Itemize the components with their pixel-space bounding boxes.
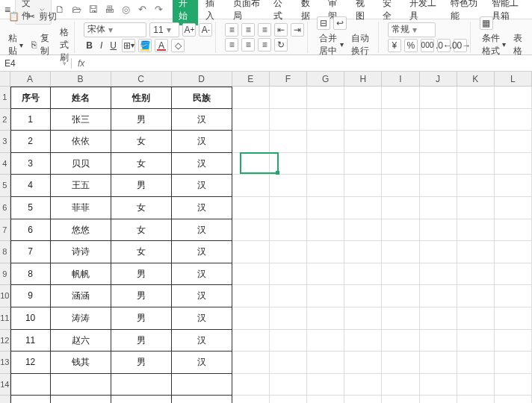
cell[interactable] — [172, 374, 232, 396]
cell[interactable] — [344, 285, 382, 307]
cell[interactable] — [382, 219, 419, 242]
cell[interactable]: 女 — [111, 197, 172, 219]
cell[interactable] — [307, 197, 344, 219]
align-bottom-button[interactable]: ≡ — [258, 23, 271, 37]
cell[interactable] — [457, 374, 495, 396]
cell[interactable] — [307, 263, 344, 286]
cell[interactable] — [457, 131, 495, 153]
row-header[interactable]: 9 — [0, 263, 10, 286]
cell[interactable] — [232, 352, 270, 374]
row-header[interactable]: 10 — [0, 285, 10, 307]
indent-decrease-button[interactable]: ⇤ — [274, 23, 288, 37]
row-header[interactable]: 7 — [0, 219, 10, 242]
decrease-font-button[interactable]: A- — [199, 23, 212, 37]
cell[interactable] — [495, 352, 532, 374]
col-header-H[interactable]: H — [344, 72, 382, 86]
align-right-button[interactable]: ≡ — [258, 38, 271, 51]
cell[interactable]: 汉 — [172, 131, 232, 153]
cell[interactable] — [420, 352, 457, 374]
align-left-button[interactable]: ≡ — [225, 38, 238, 51]
cell[interactable] — [51, 374, 111, 396]
row-header[interactable]: 13 — [0, 352, 10, 374]
cell[interactable] — [495, 396, 532, 403]
name-box[interactable]: E4 ▾ — [0, 58, 72, 69]
print-icon[interactable]: 🖶 — [104, 4, 116, 16]
cell[interactable] — [270, 241, 307, 263]
cell[interactable] — [10, 374, 51, 396]
cell[interactable]: 男 — [111, 285, 172, 307]
font-size-select[interactable]: 11 ▾ — [149, 22, 179, 37]
cell[interactable] — [457, 352, 495, 374]
cell[interactable]: 涛涛 — [51, 307, 111, 330]
cell[interactable]: 汉 — [172, 153, 232, 175]
cell[interactable]: 涵涵 — [51, 285, 111, 307]
cell[interactable]: 8 — [10, 263, 51, 286]
cell[interactable] — [382, 241, 419, 263]
cell[interactable]: 汉 — [172, 352, 232, 374]
increase-font-button[interactable]: A+ — [182, 23, 196, 37]
cell[interactable] — [420, 285, 457, 307]
bold-button[interactable]: B — [84, 40, 95, 51]
cell[interactable]: 钱其 — [51, 352, 111, 374]
cell[interactable] — [495, 330, 532, 352]
cell[interactable] — [495, 197, 532, 219]
cell[interactable] — [420, 131, 457, 153]
cell[interactable] — [232, 197, 270, 219]
cell[interactable] — [270, 330, 307, 352]
cell[interactable] — [307, 219, 344, 242]
cell[interactable] — [307, 285, 344, 307]
cell[interactable]: 汉 — [172, 330, 232, 352]
cell[interactable]: 王五 — [51, 175, 111, 197]
row-header[interactable]: 2 — [0, 109, 10, 131]
cell[interactable] — [457, 175, 495, 197]
cell[interactable] — [344, 396, 382, 403]
cell[interactable] — [232, 285, 270, 307]
cell[interactable] — [457, 285, 495, 307]
cell[interactable]: 汉 — [172, 285, 232, 307]
cell[interactable] — [344, 241, 382, 263]
fill-color-button[interactable]: 🪣 — [138, 39, 152, 52]
indent-increase-button[interactable]: ⇥ — [291, 23, 304, 37]
cell[interactable] — [420, 241, 457, 263]
preview-icon[interactable]: ◎ — [120, 4, 132, 16]
cell[interactable] — [495, 131, 532, 153]
redo-icon[interactable]: ↷ — [153, 4, 165, 16]
cell[interactable] — [420, 307, 457, 330]
col-header-C[interactable]: C — [111, 72, 172, 86]
cell[interactable] — [382, 197, 419, 219]
col-header-K[interactable]: K — [457, 72, 495, 86]
row-header[interactable]: 14 — [0, 374, 10, 396]
cell[interactable]: 张三 — [51, 109, 111, 131]
cell[interactable] — [382, 330, 419, 352]
cell[interactable] — [344, 263, 382, 286]
cell[interactable] — [270, 219, 307, 242]
row-header[interactable]: 6 — [0, 197, 10, 219]
cell[interactable] — [457, 241, 495, 263]
cell[interactable] — [495, 307, 532, 330]
cell[interactable] — [495, 285, 532, 307]
cell[interactable]: 12 — [10, 352, 51, 374]
cell[interactable] — [232, 153, 270, 175]
cell[interactable] — [270, 352, 307, 374]
cell[interactable]: 女 — [111, 153, 172, 175]
cell[interactable]: 汉 — [172, 175, 232, 197]
cell[interactable] — [457, 197, 495, 219]
cell[interactable]: 女 — [111, 241, 172, 263]
cell[interactable] — [420, 109, 457, 131]
fx-icon[interactable]: fx — [72, 58, 90, 69]
cell[interactable] — [10, 396, 51, 403]
cell[interactable] — [382, 374, 419, 396]
cell[interactable] — [344, 131, 382, 153]
font-color-button[interactable]: A — [155, 39, 168, 52]
col-header-J[interactable]: J — [420, 72, 457, 86]
cell[interactable] — [457, 330, 495, 352]
cell[interactable] — [344, 374, 382, 396]
font-name-select[interactable]: 宋体 ▾ — [84, 22, 146, 37]
cell[interactable] — [270, 175, 307, 197]
cell[interactable] — [307, 241, 344, 263]
cell[interactable]: 女 — [111, 219, 172, 242]
row-header[interactable]: 5 — [0, 175, 10, 197]
cell[interactable]: 民族 — [172, 87, 232, 109]
cell[interactable] — [232, 109, 270, 131]
cell[interactable] — [111, 396, 172, 403]
